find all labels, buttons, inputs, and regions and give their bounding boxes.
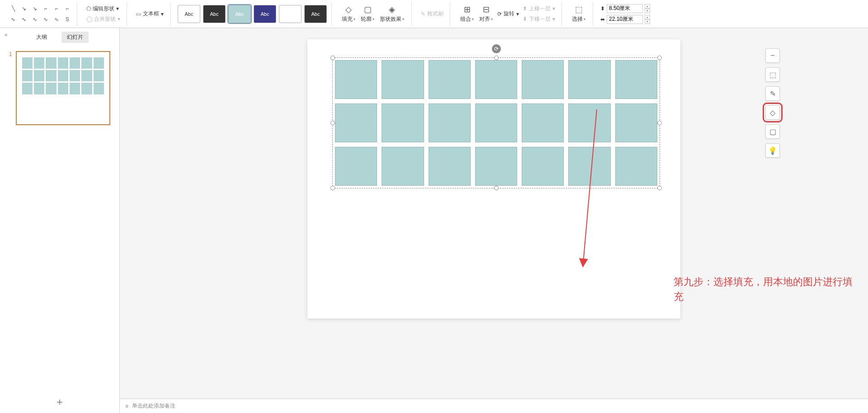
format-painter-icon: ✎ <box>421 11 425 17</box>
bring-forward-label: 上移一层 <box>529 5 551 13</box>
width-up[interactable]: ▴ <box>645 15 650 19</box>
height-up[interactable]: ▴ <box>645 4 650 9</box>
line-shape-3[interactable]: ↘ <box>30 4 40 14</box>
textbox-group: ▭ 文本框 ▾ <box>130 2 170 26</box>
shape-cell[interactable] <box>615 147 657 186</box>
format-painter-button: ✎ 格式刷 <box>419 9 445 19</box>
shape-cell[interactable] <box>568 60 610 99</box>
style-swatch-1[interactable]: Abc <box>178 5 200 23</box>
fill-button[interactable]: ◇ 填充▾ <box>339 4 358 24</box>
notes-icon: ≡ <box>125 403 128 409</box>
edit-shape-button[interactable]: ⬠ 编辑形状 ▾ <box>85 4 122 14</box>
rotate-handle[interactable]: ⟳ <box>492 44 501 53</box>
shape-cell[interactable] <box>522 147 564 186</box>
slide-number: 1 <box>9 51 12 125</box>
text-box-label: 文本框 <box>143 10 159 18</box>
edit-shape-label: 编辑形状 <box>93 5 114 13</box>
resize-handle-se[interactable] <box>657 186 662 190</box>
resize-handle-sw[interactable] <box>330 186 335 190</box>
line-shape-2[interactable]: ↘ <box>19 4 29 14</box>
outline-button[interactable]: ▢ 轮廓▾ <box>358 4 377 24</box>
shape-cell[interactable] <box>615 103 657 142</box>
line-shape-1[interactable]: ╲ <box>8 4 18 14</box>
line-shape-5[interactable]: ⌐ <box>52 4 61 14</box>
align-button[interactable]: ⊟ 对齐▾ <box>476 4 495 24</box>
float-outline-button[interactable]: ▢ <box>765 124 780 139</box>
notes-placeholder: 单击此处添加备注 <box>132 402 175 410</box>
style-swatch-6[interactable]: Abc <box>304 5 327 23</box>
resize-handle-w[interactable] <box>330 121 335 125</box>
rotate-button[interactable]: ⟳ 旋转▾ <box>495 9 521 19</box>
slide-canvas[interactable]: ⟳ <box>307 39 680 319</box>
shape-cell[interactable] <box>429 103 471 142</box>
add-slide-button[interactable]: + <box>0 391 119 413</box>
merge-shape-label: 合并形状 <box>94 15 116 23</box>
width-input[interactable] <box>607 15 643 24</box>
resize-handle-ne[interactable] <box>657 56 662 60</box>
shape-cell[interactable] <box>475 60 517 99</box>
height-down[interactable]: ▾ <box>645 9 650 13</box>
shape-cell[interactable] <box>568 103 610 142</box>
float-format-button[interactable]: ⬚ <box>765 67 780 82</box>
style-swatch-4[interactable]: Abc <box>254 5 276 23</box>
line-shape-11[interactable]: ∿ <box>52 14 61 24</box>
shape-cell[interactable] <box>615 60 657 99</box>
shape-cell[interactable] <box>429 147 471 186</box>
float-fill-button[interactable]: ◇ <box>765 105 780 120</box>
line-shape-12[interactable]: S <box>62 14 72 24</box>
line-shape-10[interactable]: ∿ <box>41 14 51 24</box>
outline-tab[interactable]: 大纲 <box>31 32 52 43</box>
line-shape-9[interactable]: ∿ <box>30 14 40 24</box>
floating-tools: − ⬚ ✎ ◇ ▢ 💡 <box>765 48 780 158</box>
style-swatch-5[interactable] <box>279 5 302 23</box>
shape-cell[interactable] <box>335 147 377 186</box>
main-area: « 大纲 幻灯片 1 + ⟳ <box>0 28 868 413</box>
effects-button[interactable]: ◈ 形状效果▾ <box>377 4 407 24</box>
shape-cell[interactable] <box>382 147 424 186</box>
group-label: 组合 <box>460 15 471 23</box>
shape-cell[interactable] <box>522 103 564 142</box>
line-shape-6[interactable]: ⌐ <box>62 4 72 14</box>
annotation-text: 第九步：选择填充，用本地的图片进行填充 <box>674 274 854 304</box>
selection-box[interactable]: ⟳ <box>332 57 660 188</box>
float-collapse-button[interactable]: − <box>765 48 780 63</box>
group-icon: ⊞ <box>464 5 471 14</box>
height-icon: ⬍ <box>600 5 605 12</box>
select-button[interactable]: ⬚ 选择▾ <box>569 4 588 24</box>
rotate-icon: ⟳ <box>497 11 502 17</box>
shape-cell[interactable] <box>382 60 424 99</box>
shape-cell[interactable] <box>335 60 377 99</box>
align-icon: ⊟ <box>483 5 490 14</box>
resize-handle-nw[interactable] <box>330 56 335 60</box>
resize-handle-e[interactable] <box>657 121 662 125</box>
shape-edit-group: ⬠ 编辑形状 ▾ ◯ 合并形状 ▾ <box>80 2 127 26</box>
group-button[interactable]: ⊞ 组合▾ <box>458 4 476 24</box>
notes-bar[interactable]: ≡ 单击此处添加备注 <box>120 399 868 413</box>
select-group: ⬚ 选择▾ <box>565 2 593 26</box>
resize-handle-n[interactable] <box>494 56 499 60</box>
shape-cell[interactable] <box>568 147 610 186</box>
fill-outline-group: ◇ 填充▾ ▢ 轮廓▾ ◈ 形状效果▾ <box>335 2 412 26</box>
shape-cell[interactable] <box>382 103 424 142</box>
style-swatch-2[interactable]: Abc <box>203 5 226 23</box>
style-swatch-3[interactable]: Abc <box>228 5 251 23</box>
float-eyedropper-button[interactable]: ✎ <box>765 86 780 101</box>
canvas-area[interactable]: ⟳ − ⬚ ✎ ◇ ▢ 💡 <box>120 28 868 413</box>
resize-handle-s[interactable] <box>494 186 499 190</box>
text-box-button[interactable]: ▭ 文本框 ▾ <box>134 9 165 19</box>
line-shape-4[interactable]: ⌐ <box>41 4 51 14</box>
send-backward-icon: ⬇ <box>523 16 527 22</box>
shape-cell[interactable] <box>522 60 564 99</box>
height-input[interactable] <box>607 4 643 13</box>
width-down[interactable]: ▾ <box>645 19 650 24</box>
shape-cell[interactable] <box>475 147 517 186</box>
slides-tab[interactable]: 幻灯片 <box>61 32 89 43</box>
line-shape-8[interactable]: ∿ <box>19 14 29 24</box>
shape-cell[interactable] <box>335 103 377 142</box>
float-idea-button[interactable]: 💡 <box>765 143 780 158</box>
slide-thumbnail-1[interactable] <box>16 51 110 125</box>
shape-cell[interactable] <box>475 103 517 142</box>
shape-cell[interactable] <box>429 60 471 99</box>
line-shape-7[interactable]: ∿ <box>8 14 18 24</box>
collapse-sidebar-icon[interactable]: « <box>5 32 8 38</box>
